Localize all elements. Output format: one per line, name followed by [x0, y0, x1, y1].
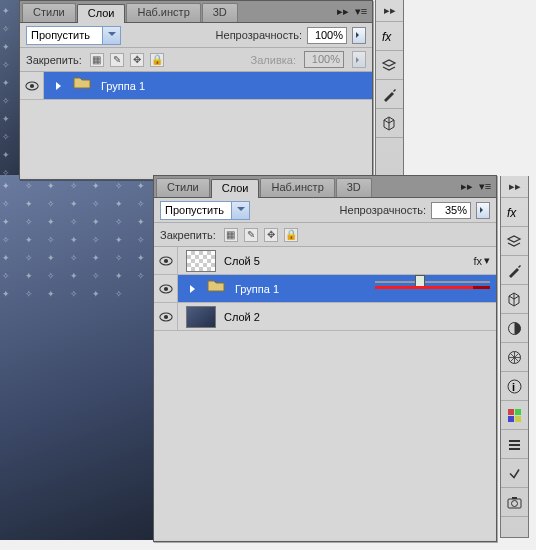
layer-row[interactable]: Слой 5 fx ▾ [154, 247, 496, 275]
tab-layers[interactable]: Слои [77, 4, 126, 23]
panel-tabbar: Стили Слои Наб.инстр 3D ▸▸ ▾≡ [20, 1, 372, 23]
visibility-toggle[interactable] [20, 72, 44, 99]
layers-panel-icon[interactable] [376, 51, 403, 80]
fill-flyout-button [352, 51, 366, 68]
camera-panel-icon[interactable] [501, 488, 528, 517]
folder-thumbnail [73, 75, 93, 97]
layers-panel-bottom: Стили Слои Наб.инстр 3D ▸▸ ▾≡ Пропустить… [153, 175, 497, 542]
lock-pixels-icon[interactable]: ✎ [244, 228, 258, 242]
layers-panel-icon[interactable] [501, 227, 528, 256]
dock-column-bottom: ▸▸ fx i [500, 176, 529, 538]
svg-text:i: i [512, 381, 515, 393]
3d-panel-icon[interactable] [501, 285, 528, 314]
svg-rect-16 [508, 416, 514, 422]
svg-point-4 [163, 258, 167, 262]
svg-rect-20 [509, 448, 520, 450]
lock-row: Закрепить: ▦ ✎ ✥ 🔒 [154, 223, 496, 247]
opacity-flyout-button[interactable] [476, 202, 490, 219]
lock-pixels-icon[interactable]: ✎ [110, 53, 124, 67]
expand-group-icon[interactable] [56, 82, 65, 90]
blend-opacity-row: Пропустить Непрозрачность: 100% [20, 23, 372, 48]
fx-panel-icon[interactable]: fx [501, 198, 528, 227]
expand-group-icon[interactable] [190, 285, 199, 293]
lock-transparency-icon[interactable]: ▦ [90, 53, 104, 67]
svg-point-6 [163, 286, 167, 290]
panel-tabbar: Стили Слои Наб.инстр 3D ▸▸ ▾≡ [154, 176, 496, 198]
layers-panel-top: Стили Слои Наб.инстр 3D ▸▸ ▾≡ Пропустить… [19, 0, 373, 180]
tab-3d[interactable]: 3D [202, 3, 238, 22]
tools-panel-icon[interactable] [501, 256, 528, 285]
tab-styles[interactable]: Стили [22, 3, 76, 22]
lock-position-icon[interactable]: ✥ [264, 228, 278, 242]
canvas-preview-top [0, 0, 20, 180]
svg-rect-18 [509, 440, 520, 442]
opacity-label: Непрозрачность: [216, 29, 302, 41]
tab-styles[interactable]: Стили [156, 178, 210, 197]
svg-rect-17 [515, 416, 521, 422]
tab-toolpresets[interactable]: Наб.инстр [260, 178, 334, 197]
svg-rect-19 [509, 444, 520, 446]
blend-opacity-row: Пропустить Непрозрачность: 35% [154, 198, 496, 223]
dock-column-top: ▸▸ fx [375, 0, 404, 178]
opacity-label: Непрозрачность: [340, 204, 426, 216]
svg-rect-14 [508, 409, 514, 415]
folder-thumbnail [207, 278, 227, 300]
blend-mode-select[interactable]: Пропустить [26, 26, 121, 45]
layer-name[interactable]: Группа 1 [101, 80, 145, 92]
layer-thumbnail[interactable] [186, 306, 216, 328]
lock-all-icon[interactable]: 🔒 [150, 53, 164, 67]
chevron-down-icon: ▾ [484, 254, 490, 267]
panel-menu-icon[interactable]: ▾≡ [354, 4, 368, 18]
layer-name[interactable]: Слой 5 [224, 255, 260, 267]
fx-panel-icon[interactable]: fx [376, 22, 403, 51]
actions-panel-icon[interactable] [501, 459, 528, 488]
info-panel-icon[interactable]: i [501, 372, 528, 401]
lock-all-icon[interactable]: 🔒 [284, 228, 298, 242]
layer-thumbnail[interactable] [186, 250, 216, 272]
svg-point-22 [512, 500, 518, 506]
layer-row-group[interactable]: Группа 1 [20, 72, 372, 100]
dock-collapse-icon[interactable]: ▸▸ [376, 0, 403, 22]
blend-mode-value: Пропустить [165, 204, 224, 216]
dock-collapse-icon[interactable]: ▸▸ [501, 176, 528, 198]
slider-track [375, 281, 490, 283]
tab-toolpresets[interactable]: Наб.инстр [126, 3, 200, 22]
svg-rect-15 [515, 409, 521, 415]
visibility-toggle[interactable] [154, 303, 178, 330]
blend-mode-value: Пропустить [31, 29, 90, 41]
layer-name[interactable]: Группа 1 [235, 283, 279, 295]
lock-transparency-icon[interactable]: ▦ [224, 228, 238, 242]
collapse-panel-icon[interactable]: ▸▸ [336, 4, 350, 18]
lock-label: Закрепить: [26, 54, 82, 66]
color-panel-icon[interactable] [501, 401, 528, 430]
opacity-input[interactable]: 100% [307, 27, 347, 44]
chevron-down-icon [108, 32, 116, 40]
layer-row[interactable]: Слой 2 [154, 303, 496, 331]
lock-row: Закрепить: ▦ ✎ ✥ 🔒 Заливка: 100% [20, 48, 372, 72]
opacity-input[interactable]: 35% [431, 202, 471, 219]
layer-fx-indicator[interactable]: fx ▾ [473, 254, 490, 267]
svg-text:fx: fx [507, 206, 517, 220]
chevron-down-icon [237, 207, 245, 215]
collapse-panel-icon[interactable]: ▸▸ [460, 179, 474, 193]
fill-input: 100% [304, 51, 344, 68]
blend-mode-select[interactable]: Пропустить [160, 201, 250, 220]
lock-position-icon[interactable]: ✥ [130, 53, 144, 67]
tab-3d[interactable]: 3D [336, 178, 372, 197]
navigator-panel-icon[interactable] [501, 343, 528, 372]
opacity-slider[interactable] [375, 273, 490, 291]
opacity-flyout-button[interactable] [352, 27, 366, 44]
visibility-toggle[interactable] [154, 247, 178, 274]
lock-label: Закрепить: [160, 229, 216, 241]
tab-layers[interactable]: Слои [211, 179, 260, 198]
panel-menu-icon[interactable]: ▾≡ [478, 179, 492, 193]
swatches-panel-icon[interactable] [501, 314, 528, 343]
svg-point-8 [163, 314, 167, 318]
fill-label: Заливка: [251, 54, 296, 66]
layers-list: Группа 1 [20, 72, 372, 177]
layer-name[interactable]: Слой 2 [224, 311, 260, 323]
tools-panel-icon[interactable] [376, 80, 403, 109]
visibility-toggle[interactable] [154, 275, 178, 302]
3d-panel-icon[interactable] [376, 109, 403, 138]
history-panel-icon[interactable] [501, 430, 528, 459]
